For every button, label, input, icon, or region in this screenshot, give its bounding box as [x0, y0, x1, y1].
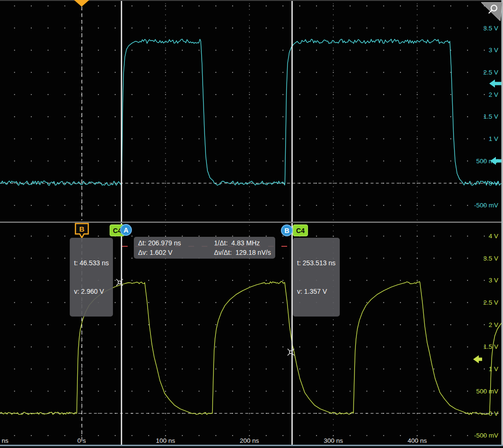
bottom-border: [0, 445, 503, 446]
delta-t: Δt: 206.979 ns: [138, 238, 210, 248]
y-tick-label: 3.5 V: [483, 25, 498, 32]
y-tick-label: 1 V: [489, 365, 498, 373]
y-tick-label: -500 mV: [474, 202, 498, 209]
y-tick-label: 4 V: [489, 233, 498, 240]
cursor-trace-intersection-marker: [288, 349, 294, 355]
cursor-b-voltage: v: 1.357 V: [297, 287, 335, 296]
trigger-position-marker[interactable]: [74, 0, 89, 7]
y-tick-label: 1.5 V: [483, 113, 498, 120]
x-tick-label: 400 ns: [408, 437, 427, 444]
x-tick-label: -100 ns: [0, 437, 9, 444]
y-tick-label: 2.5 V: [483, 69, 498, 76]
y-tick-label: 2 V: [489, 321, 498, 328]
cursor-a-voltage: v: 2.960 V: [74, 287, 109, 296]
oscilloscope-display: 3.5 V3 V2.5 V2 V1.5 V1 V500 mV0 V-500 mV…: [0, 0, 503, 448]
x-tick-label: 100 ns: [156, 437, 176, 444]
y-tick-label: 2 V: [489, 91, 498, 98]
cursor-b-readout: t: 253.513 ns v: 1.357 V: [293, 238, 340, 317]
trigger-b-badge-letter: B: [79, 225, 84, 233]
top-waveform: [0, 39, 503, 186]
trigger-level-arrow[interactable]: [489, 80, 502, 88]
grid-dots: [14, 3, 485, 220]
y-tick-label: 1 V: [489, 135, 498, 142]
cursor-b-time: t: 253.513 ns: [297, 258, 335, 268]
cursor-delta-readout: Δt: 206.979 ns 1/Δt: 4.83 MHz Δv: 1.602 …: [134, 237, 275, 259]
delta-v-over-delta-t: Δv/Δt: 129.18 nV/s: [214, 248, 271, 257]
delta-v: Δv: 1.602 V: [138, 248, 210, 257]
x-tick-label: 0 s: [77, 437, 86, 444]
y-tick-label: 3.5 V: [483, 255, 498, 262]
cursor-b-badge[interactable]: B: [281, 224, 293, 236]
y-tick-label: -500 mV: [474, 432, 498, 439]
cursor-a-readout: t: 46.533 ns v: 2.960 V: [70, 238, 113, 317]
zoom-corner-button[interactable]: [481, 2, 503, 21]
cursor-a-time: t: 46.533 ns: [74, 258, 109, 268]
y-tick-label: 1.5 V: [483, 343, 498, 350]
x-tick-label: 300 ns: [324, 437, 343, 444]
inverse-delta-t: 1/Δt: 4.83 MHz: [214, 238, 271, 248]
cursor-a-badge[interactable]: A: [120, 224, 132, 236]
y-tick-label: 2.5 V: [483, 299, 498, 306]
y-tick-label: 3 V: [489, 277, 498, 284]
right-border: [502, 0, 503, 448]
x-tick-label: 200 ns: [240, 437, 259, 444]
cursor-b-channel-badge[interactable]: C4: [293, 224, 308, 236]
trigger-b-badge[interactable]: B: [75, 223, 90, 240]
y-tick-label: 500 mV: [476, 388, 498, 395]
y-tick-label: 3 V: [489, 47, 498, 54]
channel-c4-position-arrow[interactable]: [473, 355, 482, 364]
bottom-border-gap: [0, 446, 503, 448]
